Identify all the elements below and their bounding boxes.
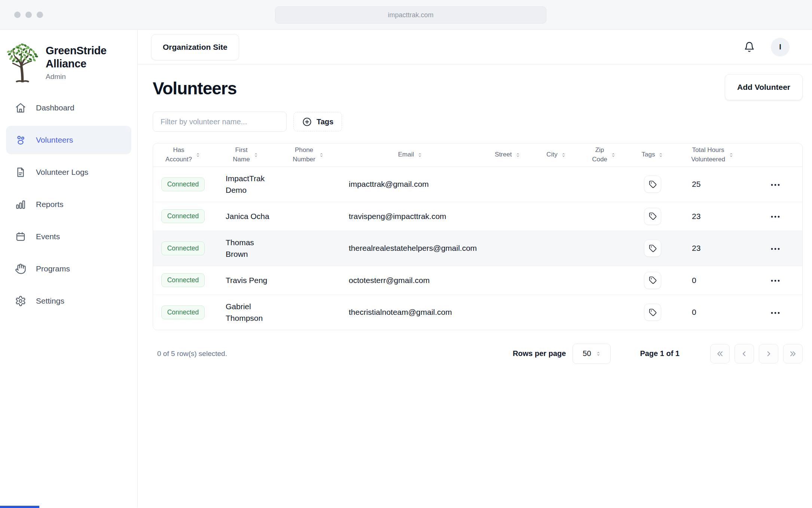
tag-button[interactable] bbox=[644, 176, 661, 193]
tags-filter-button[interactable]: Tags bbox=[293, 112, 342, 131]
address-bar-url: impacttrak.com bbox=[388, 11, 433, 19]
sidebar-item-label: Programs bbox=[36, 264, 70, 273]
row-actions-button[interactable] bbox=[767, 276, 783, 285]
tag-icon bbox=[649, 244, 657, 252]
sidebar-item-reports[interactable]: Reports bbox=[6, 190, 131, 219]
tag-button[interactable] bbox=[644, 240, 661, 257]
row-actions-button[interactable] bbox=[767, 308, 783, 317]
first-name-cell: Travis Peng bbox=[213, 266, 278, 295]
zip-cell bbox=[580, 231, 628, 266]
sidebar-item-volunteer-logs[interactable]: Volunteer Logs bbox=[6, 158, 131, 186]
avatar[interactable]: I bbox=[771, 38, 790, 57]
table-row[interactable]: Connected Thomas Brown therealrealestate… bbox=[153, 231, 802, 266]
sort-icon[interactable] bbox=[515, 152, 521, 158]
page-title: Volunteers bbox=[153, 78, 236, 98]
table-row[interactable]: Connected Travis Peng octotesterr@gmail.… bbox=[153, 266, 802, 295]
column-header-has-account[interactable]: Has Account? bbox=[153, 143, 213, 167]
first-name-cell: ImpactTrak Demo bbox=[213, 167, 278, 202]
phone-cell bbox=[278, 202, 338, 231]
column-header-first-name[interactable]: First Name bbox=[213, 143, 278, 167]
sidebar-item-programs[interactable]: Programs bbox=[6, 255, 131, 283]
email-cell: octotesterr@gmail.com bbox=[338, 266, 482, 295]
sort-icon[interactable] bbox=[195, 152, 201, 158]
organization-site-button[interactable]: Organization Site bbox=[151, 34, 239, 60]
sort-icon[interactable] bbox=[729, 152, 734, 158]
first-page-button[interactable] bbox=[710, 344, 730, 363]
column-header-total-hours[interactable]: Total Hours Volunteered bbox=[677, 143, 748, 167]
row-actions-button[interactable] bbox=[767, 180, 783, 189]
tag-icon bbox=[649, 212, 657, 220]
street-cell bbox=[482, 266, 533, 295]
ellipsis-icon bbox=[770, 311, 780, 314]
notifications-button[interactable] bbox=[744, 41, 755, 53]
tag-icon bbox=[649, 308, 657, 316]
sort-icon[interactable] bbox=[611, 152, 616, 158]
table-footer: 0 of 5 row(s) selected. Rows per page 50… bbox=[153, 344, 803, 364]
sort-icon[interactable] bbox=[561, 152, 566, 158]
rows-per-page-label: Rows per page bbox=[513, 349, 566, 358]
bar-chart-icon bbox=[15, 199, 26, 210]
window-zoom-button[interactable] bbox=[37, 12, 43, 18]
phone-cell bbox=[278, 167, 338, 202]
row-actions-button[interactable] bbox=[767, 244, 783, 253]
table-row[interactable]: Connected ImpactTrak Demo impacttrak@gma… bbox=[153, 167, 802, 202]
sort-icon[interactable] bbox=[658, 152, 663, 158]
brand-name: GreenStride Alliance bbox=[46, 44, 120, 71]
rows-per-page-value: 50 bbox=[583, 349, 591, 358]
tag-button[interactable] bbox=[644, 208, 661, 225]
table-row[interactable]: Connected Gabriel Thompson thecristialno… bbox=[153, 295, 802, 330]
sidebar-item-settings[interactable]: Settings bbox=[6, 287, 131, 315]
sort-icon[interactable] bbox=[319, 152, 324, 158]
rows-per-page-select[interactable]: 50 bbox=[573, 344, 611, 364]
sort-icon[interactable] bbox=[417, 152, 422, 158]
add-volunteer-button[interactable]: Add Volunteer bbox=[725, 74, 803, 100]
sort-icon[interactable] bbox=[253, 152, 259, 158]
column-header-city[interactable]: City bbox=[533, 143, 580, 167]
column-header-zip[interactable]: Zip Code bbox=[580, 143, 628, 167]
last-page-button[interactable] bbox=[783, 344, 803, 363]
table-row[interactable]: Connected Janica Ocha travispeng@impactt… bbox=[153, 202, 802, 231]
tag-button[interactable] bbox=[644, 272, 661, 289]
email-cell: thecristialnoteam@gmail.com bbox=[338, 295, 482, 330]
sidebar: GreenStride Alliance Admin Dashboard Vol… bbox=[0, 30, 138, 508]
status-badge: Connected bbox=[161, 273, 205, 287]
city-cell bbox=[533, 231, 580, 266]
zip-cell bbox=[580, 167, 628, 202]
ellipsis-icon bbox=[770, 279, 780, 282]
column-header-tags[interactable]: Tags bbox=[628, 143, 677, 167]
street-cell bbox=[482, 167, 533, 202]
tag-button[interactable] bbox=[644, 304, 661, 321]
column-header-street[interactable]: Street bbox=[482, 143, 533, 167]
sidebar-item-label: Settings bbox=[36, 296, 64, 305]
status-badge: Connected bbox=[161, 177, 205, 191]
sidebar-item-volunteers[interactable]: Volunteers bbox=[6, 126, 131, 154]
ellipsis-icon bbox=[770, 215, 780, 218]
phone-cell bbox=[278, 266, 338, 295]
previous-page-button[interactable] bbox=[735, 344, 754, 363]
total-hours-cell: 25 bbox=[677, 167, 748, 202]
next-page-button[interactable] bbox=[759, 344, 778, 363]
chevrons-right-icon bbox=[789, 350, 797, 358]
brand-subtitle: Admin bbox=[46, 73, 120, 81]
column-header-phone[interactable]: Phone Number bbox=[278, 143, 338, 167]
sidebar-item-label: Events bbox=[36, 232, 60, 241]
ellipsis-icon bbox=[770, 247, 780, 250]
sidebar-item-dashboard[interactable]: Dashboard bbox=[6, 94, 131, 122]
column-header-actions bbox=[748, 143, 802, 167]
zip-cell bbox=[580, 295, 628, 330]
window-minimize-button[interactable] bbox=[25, 12, 32, 18]
plus-circle-icon bbox=[302, 117, 312, 127]
users-icon bbox=[15, 134, 26, 146]
column-header-email[interactable]: Email bbox=[338, 143, 482, 167]
row-actions-button[interactable] bbox=[767, 212, 783, 221]
document-icon bbox=[15, 167, 26, 178]
bell-icon bbox=[744, 41, 755, 53]
chevron-right-icon bbox=[764, 350, 773, 358]
filter-input[interactable] bbox=[153, 112, 287, 132]
window-controls[interactable] bbox=[14, 12, 43, 18]
chevron-left-icon bbox=[740, 350, 748, 358]
sidebar-item-events[interactable]: Events bbox=[6, 222, 131, 251]
window-close-button[interactable] bbox=[14, 12, 21, 18]
tags-filter-label: Tags bbox=[317, 118, 333, 126]
address-bar[interactable]: impacttrak.com bbox=[275, 6, 546, 24]
